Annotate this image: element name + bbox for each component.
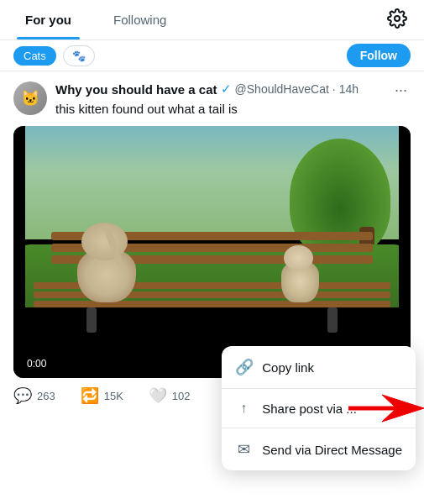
retweet-button[interactable]: 🔁 15K	[81, 386, 123, 405]
post-text: this kitten found out what a tail is	[55, 100, 383, 118]
svg-marker-1	[348, 395, 424, 422]
top-nav: For you Following	[0, 0, 424, 40]
heart-icon: 🤍	[149, 386, 167, 405]
video-player[interactable]: 0:00	[13, 126, 411, 378]
video-scene	[13, 126, 411, 378]
nav-tabs: For you Following	[17, 0, 175, 39]
share-icon: ↑	[235, 401, 252, 416]
post-time: ·	[332, 82, 336, 96]
topic-pill-paw[interactable]: 🐾	[63, 45, 95, 66]
cat-big	[73, 227, 140, 302]
retweet-count: 15K	[104, 390, 123, 402]
share-post-label: Share post via ...	[262, 402, 357, 416]
comment-icon: 💬	[13, 386, 32, 405]
post-timestamp: 14h	[339, 82, 359, 96]
copy-link-label: Copy link	[262, 360, 314, 375]
video-letterbox-left	[13, 126, 25, 378]
cat-small-head	[284, 245, 313, 270]
post-author-name: Why you should have a cat	[55, 82, 217, 97]
bench-leg-left	[86, 307, 97, 333]
post-handle: @ShouldHaveCat	[235, 82, 329, 96]
topic-pill-cats[interactable]: Cats	[13, 46, 56, 66]
dm-icon: ✉	[235, 440, 252, 459]
avatar-image: 🐱	[13, 81, 47, 115]
svg-point-0	[395, 16, 400, 21]
video-letterbox-right	[399, 126, 411, 378]
cat-small	[277, 244, 323, 302]
follow-button-top[interactable]: Follow	[347, 44, 411, 67]
post-name-row: Why you should have a cat ✓ @ShouldHaveC…	[55, 81, 383, 97]
post-meta: Why you should have a cat ✓ @ShouldHaveC…	[55, 81, 383, 118]
comment-button[interactable]: 💬 263	[13, 386, 55, 405]
tab-for-you[interactable]: For you	[17, 0, 80, 39]
like-button[interactable]: 🤍 102	[149, 386, 191, 405]
avatar[interactable]: 🐱	[13, 81, 47, 115]
more-options-button[interactable]: ···	[391, 81, 411, 99]
copy-link-icon: 🔗	[235, 358, 252, 376]
video-timestamp: 0:00	[22, 356, 51, 371]
retweet-icon: 🔁	[81, 386, 99, 405]
verified-badge: ✓	[221, 81, 232, 97]
post-header: 🐱 Why you should have a cat ✓ @ShouldHav…	[13, 81, 411, 118]
tab-following[interactable]: Following	[105, 0, 175, 39]
topic-pills-bar: Cats 🐾 Follow	[0, 40, 424, 71]
direct-message-label: Send via Direct Message	[262, 443, 402, 457]
context-menu-copy-link[interactable]: 🔗 Copy link	[222, 346, 416, 388]
bench-leg-right	[327, 307, 338, 333]
settings-icon[interactable]	[387, 8, 407, 32]
context-menu-direct-message[interactable]: ✉ Send via Direct Message	[222, 428, 416, 470]
like-count: 102	[172, 390, 191, 402]
arrow-indicator	[348, 391, 424, 425]
comment-count: 263	[37, 390, 55, 402]
